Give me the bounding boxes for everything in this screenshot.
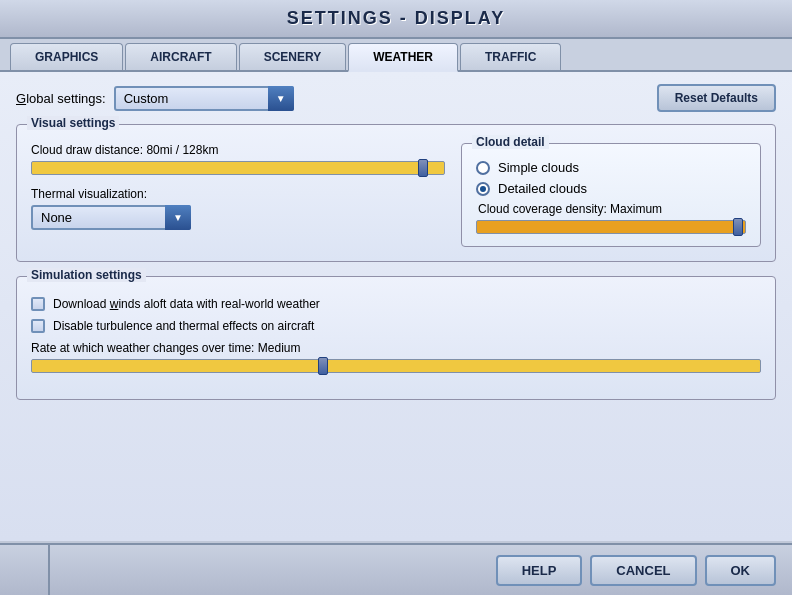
rate-label: Rate at which weather changes over time:… bbox=[31, 341, 761, 355]
simple-clouds-radio-row[interactable]: Simple clouds bbox=[476, 160, 746, 175]
tabs-bar: GRAPHICS AIRCRAFT SCENERY WEATHER TRAFFI… bbox=[0, 39, 792, 72]
left-panel bbox=[0, 543, 50, 595]
visual-left: Cloud draw distance: 80mi / 128km Therma… bbox=[31, 143, 445, 247]
cancel-button[interactable]: CANCEL bbox=[590, 555, 696, 586]
thermal-select-wrapper: None Simple Detailed ▼ bbox=[31, 205, 191, 230]
download-winds-checkbox[interactable] bbox=[31, 297, 45, 311]
tab-weather[interactable]: WEATHER bbox=[348, 43, 458, 72]
rate-slider-track[interactable] bbox=[31, 359, 761, 373]
global-settings-row: Global settings: Custom Low Medium High … bbox=[16, 84, 776, 112]
sim-settings-inner: Download winds aloft data with real-worl… bbox=[31, 297, 761, 373]
disable-turbulence-label: Disable turbulence and thermal effects o… bbox=[53, 319, 314, 333]
simulation-settings-box: Simulation settings Download winds aloft… bbox=[16, 276, 776, 400]
cloud-draw-label: Cloud draw distance: 80mi / 128km bbox=[31, 143, 445, 157]
help-button[interactable]: HELP bbox=[496, 555, 583, 586]
simulation-settings-title: Simulation settings bbox=[27, 268, 146, 282]
title-bar: SETTINGS - DISPLAY bbox=[0, 0, 792, 39]
cloud-draw-slider-container bbox=[31, 161, 445, 175]
simple-clouds-radio[interactable] bbox=[476, 161, 490, 175]
tab-aircraft[interactable]: AIRCRAFT bbox=[125, 43, 236, 70]
cloud-detail-title: Cloud detail bbox=[472, 135, 549, 149]
detailed-clouds-label: Detailed clouds bbox=[498, 181, 587, 196]
tab-scenery[interactable]: SCENERY bbox=[239, 43, 347, 70]
ok-button[interactable]: OK bbox=[705, 555, 777, 586]
download-winds-row: Download winds aloft data with real-worl… bbox=[31, 297, 761, 311]
cloud-coverage-label: Cloud coverage density: Maximum bbox=[476, 202, 746, 216]
rate-slider-container bbox=[31, 359, 761, 373]
cloud-draw-slider-thumb[interactable] bbox=[418, 159, 428, 177]
reset-defaults-button[interactable]: Reset Defaults bbox=[657, 84, 776, 112]
cloud-draw-slider-track[interactable] bbox=[31, 161, 445, 175]
page-title: SETTINGS - DISPLAY bbox=[287, 8, 505, 28]
cloud-coverage-slider-track[interactable] bbox=[476, 220, 746, 234]
download-winds-label: Download winds aloft data with real-worl… bbox=[53, 297, 320, 311]
cloud-coverage-slider-thumb[interactable] bbox=[733, 218, 743, 236]
tab-graphics[interactable]: GRAPHICS bbox=[10, 43, 123, 70]
global-settings-label: Global settings: bbox=[16, 91, 106, 106]
footer: HELP CANCEL OK bbox=[0, 543, 792, 595]
tab-traffic[interactable]: TRAFFIC bbox=[460, 43, 561, 70]
global-settings-select[interactable]: Custom Low Medium High Ultra bbox=[114, 86, 294, 111]
visual-settings-inner: Cloud draw distance: 80mi / 128km Therma… bbox=[31, 143, 761, 247]
cloud-detail-box: Cloud detail Simple clouds Detailed clou… bbox=[461, 143, 761, 247]
simple-clouds-label: Simple clouds bbox=[498, 160, 579, 175]
detailed-clouds-radio-row[interactable]: Detailed clouds bbox=[476, 181, 746, 196]
thermal-label: Thermal visualization: bbox=[31, 187, 445, 201]
disable-turbulence-checkbox[interactable] bbox=[31, 319, 45, 333]
detailed-clouds-radio[interactable] bbox=[476, 182, 490, 196]
visual-settings-box: Visual settings Cloud draw distance: 80m… bbox=[16, 124, 776, 262]
visual-settings-title: Visual settings bbox=[27, 116, 119, 130]
rate-slider-thumb[interactable] bbox=[318, 357, 328, 375]
cloud-coverage-slider-container bbox=[476, 220, 746, 234]
disable-turbulence-row: Disable turbulence and thermal effects o… bbox=[31, 319, 761, 333]
global-settings-left: Global settings: Custom Low Medium High … bbox=[16, 86, 294, 111]
thermal-select[interactable]: None Simple Detailed bbox=[31, 205, 191, 230]
detailed-clouds-radio-inner bbox=[480, 186, 486, 192]
global-settings-select-wrapper: Custom Low Medium High Ultra ▼ bbox=[114, 86, 294, 111]
main-content: Global settings: Custom Low Medium High … bbox=[0, 72, 792, 541]
